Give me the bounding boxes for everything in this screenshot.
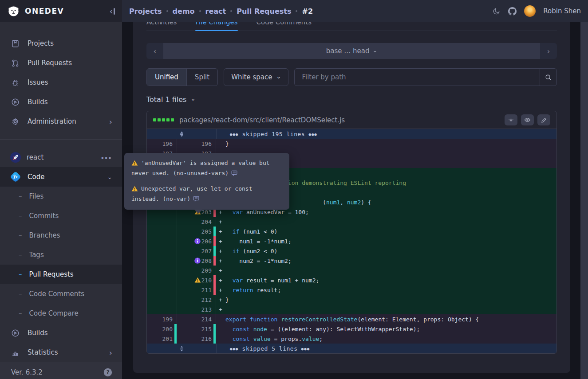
new-line-number[interactable]: 204 xyxy=(177,217,216,227)
sidebar-item-administration[interactable]: Administration› xyxy=(0,112,122,131)
code-line[interactable]: + return result; xyxy=(216,285,556,295)
info-icon[interactable] xyxy=(194,258,201,264)
user-name[interactable]: Robin Shen xyxy=(543,7,581,15)
old-line-number[interactable]: 199 xyxy=(147,314,177,324)
new-line-number[interactable]: 196 xyxy=(177,139,216,148)
sidebar-item-builds[interactable]: Builds xyxy=(0,92,122,112)
breadcrumb-item-projects[interactable]: Projects xyxy=(129,7,162,16)
code-line[interactable]: + if (num1 < 0) xyxy=(216,227,556,236)
old-line-number[interactable] xyxy=(147,295,177,305)
tab-code-comments[interactable]: Code Comments xyxy=(257,22,312,31)
old-line-number[interactable]: 196 xyxy=(147,139,177,148)
watch-button[interactable] xyxy=(521,114,534,125)
next-commit-button[interactable]: › xyxy=(540,43,557,59)
comment-icon[interactable] xyxy=(193,195,199,204)
sidebar-item-pull-requests[interactable]: –Pull Requests xyxy=(0,265,122,284)
code-line[interactable]: + if (num2 < 0) xyxy=(216,246,556,256)
file-path[interactable]: packages/react-dom/src/client/ReactDOMSe… xyxy=(179,116,345,124)
old-line-number[interactable] xyxy=(147,256,177,266)
code-line[interactable]: + num2 = -1*num2; xyxy=(216,256,556,266)
old-line-number[interactable] xyxy=(147,275,177,285)
collapse-sidebar-button[interactable]: ‹ xyxy=(110,7,115,16)
comment-mark[interactable] xyxy=(213,236,216,246)
new-line-number[interactable]: 213 xyxy=(177,305,216,314)
sidebar-item-branches[interactable]: –Branches xyxy=(0,226,122,245)
old-line-number[interactable] xyxy=(147,305,177,314)
new-line-number[interactable]: 210 xyxy=(177,275,216,285)
warning-icon[interactable] xyxy=(194,277,201,283)
info-icon[interactable] xyxy=(194,238,201,244)
prev-commit-button[interactable]: ‹ xyxy=(146,43,163,59)
old-line-number[interactable]: 200 xyxy=(147,324,177,334)
search-button[interactable] xyxy=(540,69,556,86)
old-line-number[interactable] xyxy=(147,236,177,246)
code-line[interactable]: +} xyxy=(216,295,556,305)
project-more-icon[interactable]: ●●● xyxy=(101,156,112,159)
comment-icon[interactable] xyxy=(231,169,237,179)
new-line-number[interactable]: 214 xyxy=(177,314,216,324)
view-mode-split[interactable]: Split xyxy=(186,69,217,86)
new-line-number[interactable]: 206 xyxy=(177,236,216,246)
new-line-number[interactable]: 211 xyxy=(177,285,216,295)
comment-mark[interactable] xyxy=(213,324,216,334)
comment-mark[interactable] xyxy=(213,285,216,295)
sidebar-item-statistics[interactable]: Statistics› xyxy=(0,343,122,362)
new-line-number[interactable]: 209 xyxy=(177,266,216,275)
breadcrumb-item-pull-requests[interactable]: Pull Requests xyxy=(237,7,291,16)
comment-mark[interactable] xyxy=(213,334,216,344)
commit-range-dropdown[interactable]: base … head ⌄ xyxy=(163,43,540,59)
page-scrollbar[interactable] xyxy=(580,22,588,379)
sidebar-item-pull-requests[interactable]: Pull Requests xyxy=(0,53,122,73)
commit-button[interactable] xyxy=(505,114,517,125)
new-line-number[interactable]: 205 xyxy=(177,227,216,236)
old-line-number[interactable] xyxy=(147,217,177,227)
comment-mark[interactable] xyxy=(213,256,216,266)
old-line-number[interactable] xyxy=(147,246,177,256)
sidebar-item-issues[interactable]: Issues xyxy=(0,73,122,92)
github-icon[interactable] xyxy=(508,7,517,16)
tab-file-changes[interactable]: File Changes xyxy=(195,22,237,31)
user-avatar[interactable] xyxy=(524,5,536,17)
comment-mark[interactable] xyxy=(213,246,216,256)
old-line-number[interactable] xyxy=(147,266,177,275)
new-line-number[interactable]: 215 xyxy=(177,324,216,334)
code-line[interactable]: } xyxy=(216,139,556,148)
old-line-number[interactable] xyxy=(147,285,177,295)
comment-mark[interactable] xyxy=(213,275,216,285)
comment-mark[interactable] xyxy=(174,334,177,344)
tab-activities[interactable]: Activities xyxy=(146,22,177,31)
view-mode-unified[interactable]: Unified xyxy=(147,69,186,86)
code-line[interactable]: const value = props.value; xyxy=(216,334,556,344)
comment-mark[interactable] xyxy=(174,324,177,334)
old-line-number[interactable] xyxy=(147,227,177,236)
expand-lines-button[interactable] xyxy=(147,344,217,353)
breadcrumb-item-demo[interactable]: demo xyxy=(173,7,195,16)
help-icon[interactable]: ? xyxy=(103,368,112,377)
dark-mode-icon[interactable] xyxy=(493,7,501,15)
edit-button[interactable] xyxy=(537,114,550,125)
sidebar-item-code[interactable]: Code⌄ xyxy=(0,167,122,187)
filter-path-input[interactable] xyxy=(295,69,540,86)
code-line[interactable]: + var result = num1 + num2; xyxy=(216,275,556,285)
sidebar-item-tags[interactable]: –Tags xyxy=(0,245,122,265)
new-line-number[interactable]: 207 xyxy=(177,246,216,256)
code-line[interactable]: const node = ((element: any): SelectWith… xyxy=(216,324,556,334)
new-line-number[interactable]: 208 xyxy=(177,256,216,266)
sidebar-item-code-comments[interactable]: –Code Comments xyxy=(0,284,122,304)
sidebar-item-code-compare[interactable]: –Code Compare xyxy=(0,304,122,323)
code-line[interactable]: + xyxy=(216,305,556,314)
code-line[interactable]: + xyxy=(216,266,556,275)
sidebar-item-files[interactable]: –Files xyxy=(0,187,122,206)
expand-lines-button[interactable] xyxy=(147,129,217,139)
code-line[interactable]: + num1 = -1*num1; xyxy=(216,236,556,246)
project-row-react[interactable]: react●●● xyxy=(0,148,122,167)
new-line-number[interactable]: 216 xyxy=(177,334,216,344)
code-line[interactable]: export function restoreControlledState(e… xyxy=(216,314,556,324)
sidebar-item-commits[interactable]: –Commits xyxy=(0,206,122,226)
code-line[interactable]: + xyxy=(216,217,556,227)
whitespace-dropdown[interactable]: White space ⌄ xyxy=(224,68,288,86)
new-line-number[interactable]: 212 xyxy=(177,295,216,305)
breadcrumb-item-react[interactable]: react xyxy=(205,7,226,16)
total-files-dropdown[interactable]: Total 1 files ⌄ xyxy=(146,94,557,105)
old-line-number[interactable]: 201 xyxy=(147,334,177,344)
